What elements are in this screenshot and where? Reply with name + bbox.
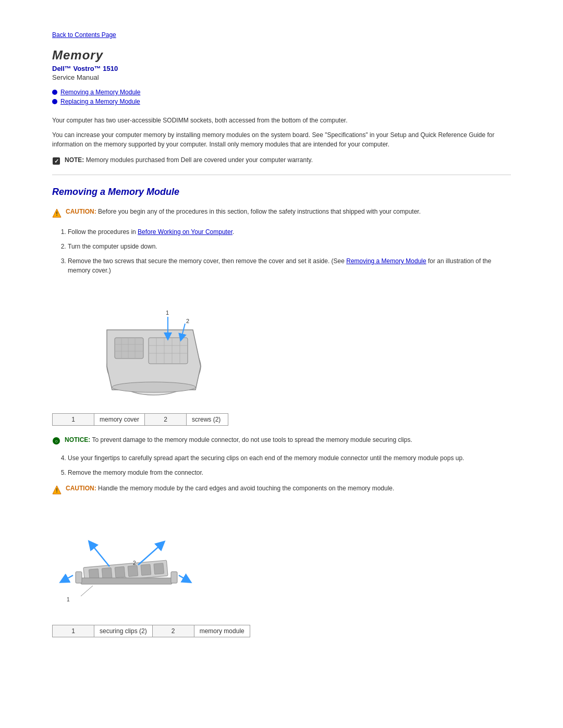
part-label-4: memory module (194, 625, 250, 637)
toc-link-replacing[interactable]: Replacing a Memory Module (60, 98, 140, 105)
svg-line-39 (64, 575, 73, 581)
memory-module-diagram: 1 2 (52, 505, 209, 620)
svg-rect-34 (154, 563, 164, 574)
notice-box: ○ NOTICE: To prevent damage to the memor… (52, 436, 511, 445)
caution-box-2: ! CAUTION: Handle the memory module by t… (52, 485, 511, 495)
parts-table-2: 1 securing clips (2) 2 memory module (52, 625, 250, 637)
svg-text:✓: ✓ (54, 158, 59, 164)
step-5: Remove the memory module from the connec… (68, 468, 511, 477)
svg-rect-12 (149, 338, 188, 364)
svg-text:2: 2 (133, 560, 136, 566)
intro-para2: You can increase your computer memory by… (52, 130, 511, 149)
note-box: ✓ NOTE: Memory modules purchased from De… (52, 156, 511, 165)
svg-rect-37 (76, 572, 82, 583)
caution-icon-1: ! (52, 208, 62, 218)
steps-list-1: Follow the procedures in Before Working … (68, 227, 511, 275)
note-text: NOTE: Memory modules purchased from Dell… (65, 156, 313, 164)
section-divider (52, 175, 511, 175)
svg-point-23 (112, 382, 195, 392)
page-container: Back to Contents Page Memory Dell™ Vostr… (0, 0, 563, 679)
bullet-icon (52, 90, 57, 95)
caution-icon-2: ! (52, 485, 62, 495)
svg-rect-38 (171, 572, 177, 583)
svg-rect-30 (102, 567, 112, 578)
svg-rect-36 (81, 578, 172, 584)
table-row-2-1: 1 securing clips (2) 2 memory module (53, 625, 250, 637)
svg-text:○: ○ (55, 438, 58, 444)
note-icon: ✓ (52, 157, 60, 165)
step-4: Use your fingertips to carefully spread … (68, 453, 511, 463)
product-name: Dell™ Vostro™ 1510 (52, 65, 511, 72)
svg-rect-32 (128, 565, 138, 576)
svg-line-40 (179, 575, 188, 581)
page-title: Memory (52, 48, 511, 63)
toc-link-removing[interactable]: Removing a Memory Module (60, 89, 140, 96)
part-label-3: securing clips (2) (94, 625, 153, 637)
bullet-icon (52, 99, 57, 104)
part-label-2: screws (2) (187, 414, 228, 426)
note-label: NOTE: (65, 156, 84, 164)
toc-item-replacing: Replacing a Memory Module (52, 98, 511, 105)
step-1: Follow the procedures in Before Working … (68, 227, 511, 237)
caution-text-1: CAUTION: Before you begin any of the pro… (66, 208, 421, 215)
svg-text:!: ! (56, 487, 58, 493)
svg-text:1: 1 (67, 597, 70, 602)
notice-text: NOTICE: To prevent damage to the memory … (65, 436, 412, 443)
section-title-removing: Removing a Memory Module (52, 187, 511, 198)
removing-module-link[interactable]: Removing a Memory Module (346, 257, 426, 265)
back-to-contents-link[interactable]: Back to Contents Page (52, 31, 511, 39)
svg-text:2: 2 (186, 318, 189, 324)
toc-list: Removing a Memory Module Replacing a Mem… (52, 89, 511, 105)
caution-text-2: CAUTION: Handle the memory module by the… (66, 485, 394, 492)
diagram-1-container: 1 2 1 memory cover 2 screws (2) (52, 286, 511, 426)
toc-item-removing: Removing a Memory Module (52, 89, 511, 96)
steps-list-2: Use your fingertips to carefully spread … (68, 453, 511, 477)
svg-line-43 (81, 586, 93, 596)
parts-table-1: 1 memory cover 2 screws (2) (52, 413, 228, 426)
svg-line-42 (91, 544, 109, 566)
svg-text:!: ! (56, 211, 58, 217)
part-num-4: 2 (152, 625, 194, 637)
step-2: Turn the computer upside down. (68, 242, 511, 251)
step-3: Remove the two screws that secure the me… (68, 256, 511, 275)
laptop-diagram: 1 2 (52, 286, 203, 408)
svg-text:1: 1 (166, 310, 169, 316)
caution-box-1: ! CAUTION: Before you begin any of the p… (52, 208, 511, 218)
before-working-link[interactable]: Before Working on Your Computer (138, 228, 232, 236)
svg-rect-33 (141, 564, 151, 575)
notice-icon: ○ (52, 437, 60, 445)
diagram-2-container: 1 2 1 securing clips (2) 2 memory module (52, 505, 511, 637)
part-num-2: 2 (145, 414, 187, 426)
part-num-3: 1 (53, 625, 94, 637)
intro-para1: Your computer has two user-accessible SO… (52, 116, 511, 125)
svg-rect-6 (115, 338, 143, 359)
manual-type: Service Manual (52, 73, 511, 81)
table-row-1: 1 memory cover 2 screws (2) (53, 414, 228, 426)
part-label-1: memory cover (94, 414, 145, 426)
svg-rect-31 (115, 566, 125, 577)
part-num-1: 1 (53, 414, 94, 426)
